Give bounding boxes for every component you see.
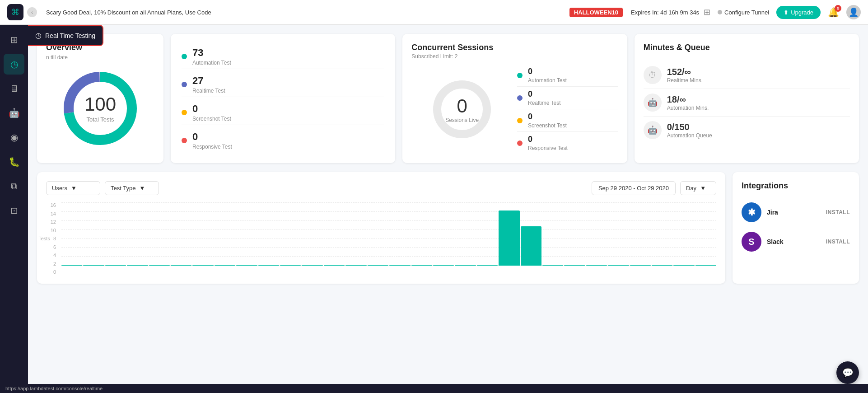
chart-bar	[192, 265, 213, 266]
jira-name: Jira	[767, 209, 778, 216]
chart-bar	[61, 265, 82, 266]
concurrent-count-screenshot: 0	[528, 112, 567, 122]
sidebar-item-integrations[interactable]: ⧉	[4, 176, 24, 196]
user-avatar[interactable]: 👤	[846, 5, 861, 19]
chart-bar	[586, 265, 607, 266]
status-bar: https://app.lambdatest.com/console/realt…	[0, 384, 868, 393]
stat-info-realtime: 27 Realtime Test	[192, 75, 384, 94]
chart-bar	[564, 265, 585, 266]
concurrent-sessions-card: Concurrent Sessions Subscribed Limit: 2 …	[402, 34, 627, 163]
notification-badge: 5	[835, 5, 841, 12]
stat-dot-realtime	[182, 82, 187, 87]
queue-value: 0/150	[667, 122, 712, 132]
logo-icon[interactable]: ⌘	[7, 4, 23, 20]
concurrent-info-automation: 0 Automation Test	[528, 67, 567, 84]
jira-install-button[interactable]: INSTALL	[826, 209, 850, 215]
stat-info-automation: 73 Automation Test	[192, 47, 384, 66]
chart-bar	[477, 265, 498, 266]
concurrent-live-label: Sessions Live	[445, 117, 479, 123]
minutes-row-queue: 🤖 0/150 Automation Queue	[644, 117, 850, 144]
interval-dropdown[interactable]: Day ▼	[680, 181, 716, 195]
expires-text: Expires In: 4d 16h 9m 34s	[631, 9, 699, 16]
stat-row-realtime: 27 Realtime Test	[182, 72, 384, 97]
automation-mins-value: 18/∞	[667, 94, 709, 105]
sidebar-item-screenshot[interactable]: 🖥	[4, 78, 24, 99]
concurrent-dot-screenshot	[517, 118, 523, 123]
concurrent-stat-screenshot: 0 Screenshot Test	[517, 109, 618, 132]
sidebar-item-automation[interactable]: 🤖	[4, 103, 24, 123]
interval-label: Day	[686, 185, 696, 192]
tunnel-status-dot	[718, 10, 722, 14]
automation-mins-label: Automation Mins.	[667, 105, 709, 111]
chart-bar	[368, 265, 388, 266]
integrations-title: Integrations	[742, 181, 850, 191]
chart-bar	[652, 265, 672, 266]
queue-label: Automation Queue	[667, 132, 712, 139]
test-type-dropdown[interactable]: Test Type ▼	[105, 181, 159, 195]
concurrent-count-responsive: 0	[528, 135, 568, 144]
chat-icon: 💬	[842, 367, 854, 378]
sidebar: ⊞ ◷ 🖥 🤖 ◉ 🐛 ⧉ ⊡	[0, 25, 28, 393]
sidebar-item-tunnel[interactable]: ⊡	[4, 200, 24, 221]
main-content: Overview n till date 100 Total Tests	[28, 25, 868, 393]
users-chevron-icon: ▼	[71, 185, 77, 192]
concurrent-info-screenshot: 0 Screenshot Test	[528, 112, 567, 129]
slack-install-button[interactable]: INSTALL	[826, 239, 850, 245]
minutes-row-automation: 🤖 18/∞ Automation Mins.	[644, 89, 850, 117]
minutes-title: Minutes & Queue	[644, 43, 850, 52]
chart-bar	[302, 265, 322, 266]
configure-tunnel-button[interactable]: Configure Tunnel	[718, 9, 769, 16]
sidebar-item-debug[interactable]: 🐛	[4, 151, 24, 172]
collapse-sidebar-button[interactable]: ‹	[27, 7, 37, 17]
banner-right: ⊞ Configure Tunnel ⬆ Upgrade 🔔 5 👤	[704, 5, 861, 19]
concurrent-stat-automation: 0 Automation Test	[517, 64, 618, 87]
concurrent-count-automation: 0	[528, 67, 567, 76]
realtime-mins-info: 152/∞ Realtime Mins.	[667, 67, 703, 84]
date-range-picker[interactable]: Sep 29 2020 - Oct 29 2020	[592, 181, 676, 195]
donut-chart: 100 Total Tests	[60, 68, 141, 149]
chart-bar	[411, 265, 432, 266]
realtime-mins-icon: ⏱	[644, 66, 662, 84]
queue-icon: 🤖	[644, 121, 662, 139]
chart-area: 16 14 12 10 8 6 4 2 0	[46, 202, 716, 275]
sidebar-item-visual[interactable]: ◉	[4, 127, 24, 148]
stat-info-screenshot: 0 Screenshot Test	[192, 103, 384, 122]
donut-chart-container: 100 Total Tests	[46, 68, 154, 149]
y-axis-label: Tests	[38, 236, 50, 241]
queue-info: 0/150 Automation Queue	[667, 122, 712, 139]
sidebar-item-realtime[interactable]: ◷	[4, 54, 24, 75]
concurrent-dot-responsive	[517, 140, 523, 146]
chart-bar	[673, 265, 694, 266]
upgrade-button[interactable]: ⬆ Upgrade	[776, 6, 821, 19]
stat-row-responsive: 0 Responsive Test	[182, 128, 384, 153]
grid-icon[interactable]: ⊞	[704, 7, 710, 17]
top-banner: ⌘ ‹ Scary Good Deal, 10% Discount on all…	[0, 0, 868, 25]
concurrent-stat-realtime: 0 Realtime Test	[517, 87, 618, 109]
concurrent-title: Concurrent Sessions	[411, 43, 493, 52]
chart-bar	[83, 265, 104, 266]
chart-bar	[608, 265, 629, 266]
concurrent-center-label: 0 Sessions Live	[445, 95, 479, 123]
automation-mins-icon: 🤖	[644, 94, 662, 112]
stat-dot-automation	[182, 54, 187, 59]
users-dropdown[interactable]: Users ▼	[46, 181, 100, 195]
donut-total: 100	[84, 94, 116, 115]
realtime-mins-value: 152/∞	[667, 67, 703, 77]
concurrent-info-responsive: 0 Responsive Test	[528, 135, 568, 151]
stat-count-screenshot: 0	[192, 103, 384, 115]
chart-bar	[236, 265, 257, 266]
stat-info-responsive: 0 Responsive Test	[192, 131, 384, 150]
concurrent-dot-automation	[517, 73, 523, 78]
sidebar-item-dashboard[interactable]: ⊞	[4, 29, 24, 50]
donut-label: 100 Total Tests	[84, 94, 116, 123]
chart-bar	[455, 265, 476, 266]
stat-count-realtime: 27	[192, 75, 384, 87]
notifications-button[interactable]: 🔔 5	[828, 7, 839, 18]
interval-chevron-icon: ▼	[700, 185, 706, 192]
concurrent-label-screenshot: Screenshot Test	[528, 122, 567, 129]
automation-mins-info: 18/∞ Automation Mins.	[667, 94, 709, 111]
chart-bar	[171, 265, 191, 266]
chart-bar	[149, 265, 170, 266]
concurrent-info-realtime: 0 Realtime Test	[528, 89, 560, 106]
chat-bubble-button[interactable]: 💬	[836, 361, 859, 384]
